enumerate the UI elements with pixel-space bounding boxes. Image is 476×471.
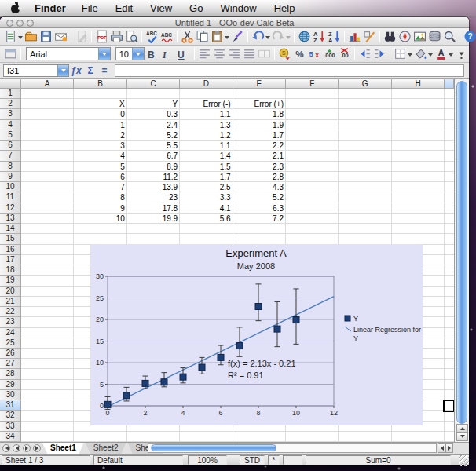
column-header-F[interactable]: F — [286, 78, 339, 89]
table-data-cell[interactable]: 19.9 — [127, 214, 180, 224]
row-header-15[interactable]: 15 — [0, 234, 21, 244]
table-data-cell[interactable]: 4.3 — [233, 182, 286, 192]
format-percent-button[interactable]: % — [292, 46, 307, 62]
cell-reference[interactable]: I31 — [4, 66, 57, 75]
sum-icon[interactable]: Σ — [83, 65, 97, 76]
menu-item-edit[interactable]: Edit — [115, 2, 133, 14]
row-header-2[interactable]: 2 — [0, 99, 21, 109]
table-data-cell[interactable]: 1.5 — [180, 162, 233, 172]
merge-cells-button[interactable] — [257, 46, 272, 62]
align-center-button[interactable] — [212, 46, 227, 62]
row-header-3[interactable]: 3 — [0, 109, 21, 119]
selection-mode[interactable]: STD — [240, 455, 265, 465]
name-box-dropdown-icon[interactable] — [57, 65, 68, 76]
table-data-cell[interactable]: 5.6 — [180, 214, 233, 224]
table-data-cell[interactable]: 1.1 — [180, 141, 233, 151]
vertical-scroll-thumb[interactable] — [456, 81, 467, 424]
row-header-13[interactable]: 13 — [0, 214, 21, 224]
table-data-cell[interactable]: 9 — [74, 203, 126, 214]
find-replace-button[interactable] — [383, 29, 397, 45]
row-header-1[interactable]: 1 — [0, 89, 21, 99]
table-data-cell[interactable]: 7 — [74, 182, 126, 192]
row-header-22[interactable]: 22 — [0, 307, 21, 317]
spreadsheet-grid[interactable]: 7.25.619.9106.34.117.895.23.32384.32.513… — [21, 89, 454, 442]
row-header-24[interactable]: 24 — [0, 328, 21, 338]
add-decimal-button[interactable]: .000 — [322, 46, 337, 62]
resize-grip[interactable] — [459, 455, 469, 466]
column-header-B[interactable]: B — [74, 78, 126, 89]
font-size-dropdown-icon[interactable] — [132, 48, 144, 60]
row-header-9[interactable]: 9 — [0, 172, 21, 182]
row-header-19[interactable]: 19 — [0, 276, 21, 286]
paste-button[interactable] — [210, 29, 230, 45]
page-style[interactable]: Default — [93, 455, 183, 465]
new-spreadsheet-button[interactable] — [3, 29, 24, 45]
table-header-cell[interactable]: Error (+) — [233, 99, 286, 109]
table-data-cell[interactable]: 1.7 — [233, 130, 286, 141]
next-sheet-button[interactable] — [23, 444, 31, 452]
delete-decimal-button[interactable]: .00 — [337, 46, 352, 62]
redo-button[interactable] — [271, 29, 291, 45]
table-data-cell[interactable]: 3.3 — [180, 192, 233, 203]
last-sheet-button[interactable] — [33, 444, 41, 452]
spellcheck-button[interactable]: ABC — [145, 29, 159, 45]
table-data-cell[interactable]: 1.3 — [180, 120, 233, 130]
row-header-8[interactable]: 8 — [0, 162, 21, 172]
scroll-down-button[interactable] — [456, 433, 468, 441]
row-header-4[interactable]: 4 — [0, 120, 21, 130]
row-header-31[interactable]: 31 — [0, 400, 21, 411]
row-header-18[interactable]: 18 — [0, 265, 21, 276]
menu-item-view[interactable]: View — [150, 2, 172, 14]
table-data-cell[interactable]: 1.7 — [180, 172, 233, 182]
table-data-cell[interactable]: 8 — [74, 192, 126, 203]
help-button[interactable]: ? — [463, 29, 476, 45]
scroll-right-button[interactable] — [445, 443, 453, 453]
bold-button[interactable]: B — [147, 46, 162, 62]
font-size-combo[interactable]: 10 — [115, 47, 145, 60]
row-header-20[interactable]: 20 — [0, 287, 21, 297]
table-data-cell[interactable]: 2.8 — [233, 172, 286, 182]
menu-active-app[interactable]: Finder — [35, 2, 66, 14]
table-data-cell[interactable]: 3 — [74, 141, 126, 151]
italic-button[interactable]: I — [162, 46, 177, 62]
column-header-D[interactable]: D — [180, 78, 233, 89]
table-data-cell[interactable]: 4 — [74, 151, 126, 161]
row-header-26[interactable]: 26 — [0, 349, 21, 359]
table-data-cell[interactable]: 7.2 — [233, 214, 286, 224]
table-data-cell[interactable]: 1.9 — [233, 120, 286, 130]
horizontal-scrollbar[interactable] — [148, 443, 437, 453]
scroll-left-button[interactable] — [438, 443, 445, 453]
sort-descending-button[interactable]: ZA — [327, 29, 342, 45]
navigator-button[interactable] — [397, 29, 412, 45]
row-header-21[interactable]: 21 — [0, 297, 21, 307]
table-data-cell[interactable]: 1.1 — [180, 109, 233, 119]
embedded-chart[interactable]: 024681012051015202530Experiment AMay 200… — [90, 244, 423, 425]
font-color-button[interactable]: A — [434, 46, 454, 62]
table-data-cell[interactable]: 5.2 — [233, 192, 286, 203]
print-button[interactable] — [109, 29, 124, 45]
row-header-16[interactable]: 16 — [0, 245, 21, 255]
function-wizard-icon[interactable]: ƒx — [69, 65, 83, 76]
column-header-G[interactable]: G — [339, 78, 391, 89]
table-header-cell[interactable]: Error (-) — [180, 99, 233, 109]
column-header-A[interactable]: A — [21, 78, 74, 89]
align-right-button[interactable] — [227, 46, 242, 62]
menu-item-go[interactable]: Go — [189, 2, 203, 14]
styles-window-button[interactable] — [3, 46, 18, 62]
copy-button[interactable] — [195, 29, 210, 45]
formula-input[interactable] — [115, 64, 464, 77]
format-paintbrush-button[interactable] — [230, 29, 245, 45]
table-data-cell[interactable]: 10 — [74, 214, 126, 224]
export-pdf-button[interactable]: PDF — [94, 29, 109, 45]
table-data-cell[interactable]: 5 — [74, 162, 126, 172]
decrease-indent-button[interactable] — [357, 46, 372, 62]
row-header-25[interactable]: 25 — [0, 338, 21, 349]
apple-menu-icon[interactable] — [10, 3, 20, 13]
row-header-7[interactable]: 7 — [0, 151, 21, 161]
font-name-dropdown-icon[interactable] — [98, 48, 110, 60]
row-header-34[interactable]: 34 — [0, 432, 21, 442]
page-preview-button[interactable] — [124, 29, 139, 45]
auto-spellcheck-button[interactable]: ABC — [159, 29, 174, 45]
undo-button[interactable] — [251, 29, 271, 45]
data-sources-button[interactable] — [427, 29, 442, 45]
